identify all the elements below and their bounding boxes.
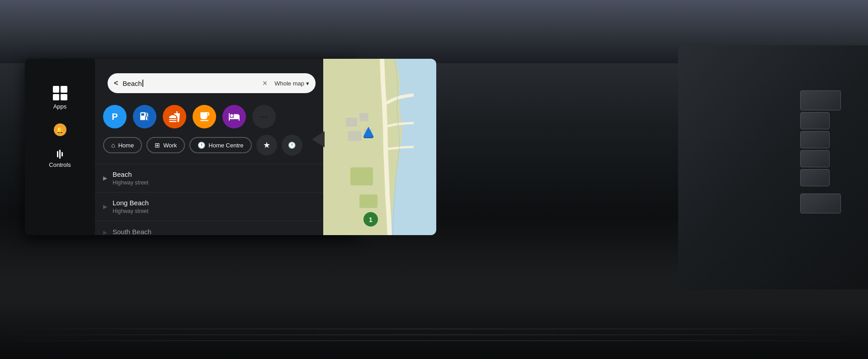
clock-icon: 🕐	[198, 142, 205, 149]
category-fuel[interactable]	[133, 105, 156, 128]
car-button-6[interactable]	[800, 194, 841, 213]
map-svg: 1	[323, 59, 436, 235]
chevron-down-icon: ▾	[306, 80, 309, 87]
svg-rect-4	[359, 113, 368, 121]
result-beach[interactable]: ▶ Beach Highway street 15 mi	[95, 164, 348, 193]
result-name-long-beach: Long Beach	[113, 199, 323, 207]
quick-links: ⌂ Home ⊞ Work 🕐 Home Centre ★ 🕐	[95, 135, 348, 156]
search-cursor	[142, 80, 143, 87]
sidebar-item-controls[interactable]: Controls	[49, 150, 71, 168]
result-info-beach: Beach Highway street	[113, 170, 323, 186]
car-button-4[interactable]	[800, 150, 830, 167]
category-row: P ···	[95, 105, 348, 128]
sidebar: Apps Controls	[25, 59, 95, 235]
category-drinks[interactable]	[193, 105, 216, 128]
home-label: Home	[118, 142, 134, 149]
svg-rect-3	[346, 118, 357, 127]
apps-icon	[53, 86, 67, 100]
dash-line-2	[0, 335, 868, 335]
result-long-beach[interactable]: ▶ Long Beach Highway street 18 mi	[95, 193, 348, 221]
result-south-beach[interactable]: ▶ South Beach 29	[95, 221, 348, 235]
work-label: Work	[163, 142, 177, 149]
home-icon: ⌂	[111, 142, 115, 149]
sidebar-item-apps[interactable]: Apps	[53, 86, 67, 110]
work-icon: ⊞	[155, 142, 160, 149]
nav-panel: < Beach × Whole map ▾ ✕ P	[95, 59, 348, 235]
car-button-2[interactable]	[800, 112, 830, 129]
quick-link-work[interactable]: ⊞ Work	[146, 137, 185, 153]
dash-lines	[0, 329, 868, 341]
svg-rect-2	[359, 194, 377, 208]
car-button-3[interactable]	[800, 131, 830, 148]
result-arrow-icon-2: ▶	[103, 203, 107, 210]
notification-icon	[54, 123, 66, 136]
whole-map-label: Whole map	[274, 80, 304, 87]
back-button[interactable]: <	[114, 79, 118, 87]
svg-rect-1	[350, 167, 373, 185]
result-name-south-beach: South Beach	[113, 228, 331, 236]
sidebar-item-notifications[interactable]	[54, 123, 66, 136]
category-more[interactable]: ···	[252, 105, 276, 128]
category-food[interactable]	[163, 105, 186, 128]
controls-label: Controls	[49, 161, 71, 168]
result-arrow-icon: ▶	[103, 175, 107, 181]
clear-button[interactable]: ×	[263, 79, 268, 87]
search-input-area[interactable]: Beach	[123, 80, 259, 87]
favorites-button[interactable]: ★	[256, 135, 277, 156]
display-unit: Apps Controls < Beach ×	[25, 59, 357, 235]
result-arrow-icon-3: ▶	[103, 229, 107, 236]
car-button-1[interactable]	[800, 90, 841, 110]
dash-line-3	[0, 340, 868, 341]
left-nav-arrow[interactable]	[312, 131, 325, 147]
apps-label: Apps	[53, 103, 67, 110]
result-name-beach: Beach	[113, 170, 323, 178]
svg-text:1: 1	[369, 216, 373, 223]
dash-line-1	[0, 329, 868, 329]
map-panel: 1	[323, 59, 436, 235]
right-button-group	[800, 90, 841, 213]
svg-rect-5	[348, 131, 362, 141]
result-info-long-beach: Long Beach Highway street	[113, 199, 323, 214]
quick-link-home-centre[interactable]: 🕐 Home Centre	[189, 137, 251, 153]
search-bar[interactable]: < Beach × Whole map ▾	[108, 73, 316, 93]
whole-map-button[interactable]: Whole map ▾	[274, 80, 309, 87]
category-hotel[interactable]	[222, 105, 246, 128]
quick-link-home[interactable]: ⌂ Home	[103, 137, 142, 153]
result-street-beach: Highway street	[113, 180, 323, 186]
result-street-long-beach: Highway street	[113, 208, 323, 214]
controls-icon	[57, 150, 63, 159]
right-controls	[678, 45, 868, 289]
home-centre-label: Home Centre	[208, 142, 243, 149]
car-button-5[interactable]	[800, 169, 830, 186]
result-info-south-beach: South Beach	[113, 228, 331, 236]
search-text: Beach	[123, 80, 142, 87]
category-parking[interactable]: P	[103, 105, 127, 128]
history-button[interactable]: 🕐	[282, 135, 302, 156]
